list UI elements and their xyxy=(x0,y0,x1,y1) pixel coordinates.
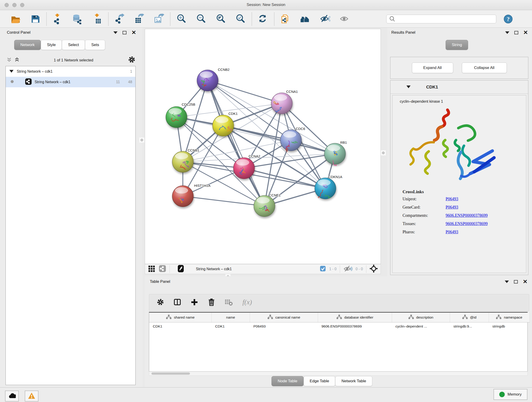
column-header-databaseidentifier[interactable]: database identifier xyxy=(318,313,392,322)
open-file-button[interactable] xyxy=(10,13,21,25)
node-CCNA2[interactable] xyxy=(234,158,254,179)
zoom-selected-button[interactable] xyxy=(235,13,246,25)
crosslink-link[interactable]: P06493 xyxy=(446,230,458,235)
tab-string[interactable]: String xyxy=(446,40,468,50)
node-HIST1H1A[interactable] xyxy=(172,186,193,207)
column-header-name[interactable]: name xyxy=(211,313,250,322)
tab-style[interactable]: Style xyxy=(41,40,62,50)
hidden-elements-icon[interactable] xyxy=(343,265,352,274)
network-graph[interactable]: CCNB2CCNA1CDC25BCDK1CDC6RB1CCNB1CCNA2CDK… xyxy=(145,29,380,264)
export-network-button[interactable] xyxy=(114,13,125,25)
expand-all-icon[interactable] xyxy=(15,57,19,63)
tree-expand-icon[interactable] xyxy=(9,69,14,74)
node-CDKN1A[interactable] xyxy=(315,178,336,199)
plus-icon[interactable] xyxy=(190,298,198,307)
node-CDC6[interactable] xyxy=(280,130,302,152)
scrollbar-thumb[interactable] xyxy=(152,372,190,375)
double-house-button[interactable] xyxy=(300,13,311,25)
node-CCNE1[interactable] xyxy=(254,196,275,217)
hierarchy-icon xyxy=(496,314,501,320)
tab-sets[interactable]: Sets xyxy=(85,40,105,50)
tab-select[interactable]: Select xyxy=(62,40,85,50)
column-header-description[interactable]: description xyxy=(392,313,450,322)
fx-icon[interactable]: f(x) xyxy=(242,298,256,307)
float-panel-icon[interactable] xyxy=(514,31,518,34)
expand-all-button[interactable]: Expand All xyxy=(412,63,453,73)
panel-menu-icon[interactable] xyxy=(114,32,118,34)
zoom-out-button[interactable] xyxy=(196,13,207,25)
search-input[interactable] xyxy=(397,17,494,21)
collapse-entry-icon[interactable] xyxy=(406,85,411,89)
table-delete-icon[interactable] xyxy=(225,298,233,307)
crosslink-link[interactable]: 9606.ENSP00000378699 xyxy=(446,213,488,218)
node-CDK1[interactable] xyxy=(213,115,234,136)
close-panel-icon[interactable]: ✕ xyxy=(132,31,136,34)
panel-menu-icon[interactable] xyxy=(505,32,509,34)
column-header-sharedname[interactable]: shared name xyxy=(149,313,211,322)
left-splitter-handle[interactable] xyxy=(139,138,144,143)
crosslink-link[interactable]: 9606.ENSP00000378699 xyxy=(446,221,488,226)
float-panel-icon[interactable] xyxy=(514,280,518,283)
edge-CCNB2-CCNA1[interactable] xyxy=(208,80,282,103)
table-horizontal-scrollbar[interactable] xyxy=(149,371,528,376)
node-CCNA1[interactable] xyxy=(271,93,292,114)
node-table[interactable]: shared namenamecanonical namedatabase id… xyxy=(149,312,528,371)
zoom-in-button[interactable] xyxy=(176,13,187,25)
right-splitter-handle[interactable] xyxy=(381,150,386,155)
node-CDC25B[interactable] xyxy=(166,107,187,128)
column-header-canonicalname[interactable]: canonical name xyxy=(250,313,318,322)
node-RB1[interactable] xyxy=(324,143,346,166)
birds-eye-view-icon[interactable] xyxy=(148,265,155,274)
network-canvas[interactable]: CCNB2CCNA1CDC25BCDK1CDC6RB1CCNB1CCNA2CDK… xyxy=(145,29,381,264)
main-toolbar: ? xyxy=(0,10,532,28)
crosslink-link[interactable]: P06493 xyxy=(446,205,458,210)
table-row[interactable]: CDK1CDK1P064939606.ENSP00000378699cyclin… xyxy=(149,322,530,331)
node-result-header[interactable]: CDK1 xyxy=(390,80,528,94)
edge-CDK1-RB1[interactable] xyxy=(223,126,335,154)
column-header-id[interactable]: @id xyxy=(450,313,489,322)
network-row[interactable]: String Network – cdk1 11 48 xyxy=(6,77,135,87)
zoom-fit-button[interactable] xyxy=(215,13,226,25)
network-collection-row[interactable]: String Network – cdk1 1 xyxy=(6,66,135,77)
warnings-button[interactable] xyxy=(25,390,38,402)
import-network-button[interactable] xyxy=(52,13,63,25)
tab-edge-table[interactable]: Edge Table xyxy=(304,376,336,386)
cloud-button[interactable] xyxy=(5,390,19,402)
detach-view-icon[interactable] xyxy=(177,265,184,274)
help-button[interactable]: ? xyxy=(503,13,514,25)
eye-slash-button[interactable] xyxy=(319,13,330,25)
selected-nodes-checkbox[interactable] xyxy=(320,265,326,273)
edge-HIST1H1A-CCNE1[interactable] xyxy=(183,196,264,206)
panel-menu-icon[interactable] xyxy=(505,281,509,283)
tab-network-table[interactable]: Network Table xyxy=(335,376,372,386)
float-panel-icon[interactable] xyxy=(123,31,127,34)
close-panel-icon[interactable]: ✕ xyxy=(523,280,527,283)
node-CCNB1[interactable] xyxy=(172,151,193,172)
import-database-button[interactable] xyxy=(72,13,83,25)
export-table-button[interactable] xyxy=(134,13,145,25)
memory-button[interactable]: Memory xyxy=(494,389,527,400)
search-box[interactable] xyxy=(386,15,496,23)
export-image-button[interactable] xyxy=(153,13,165,25)
svg-text:f(x): f(x) xyxy=(242,298,252,306)
refresh-button[interactable] xyxy=(258,13,268,25)
network-thumbnail-icon[interactable] xyxy=(158,265,166,274)
node-CCNB2[interactable] xyxy=(197,70,218,91)
gear-icon[interactable] xyxy=(157,298,164,307)
copy-documents-button[interactable] xyxy=(280,13,291,25)
fit-selected-icon[interactable] xyxy=(370,264,378,274)
import-table-button[interactable] xyxy=(92,13,103,25)
edge-CCNB2-CCNE1[interactable] xyxy=(208,80,264,206)
tab-node-table[interactable]: Node Table xyxy=(272,376,304,386)
save-session-button[interactable] xyxy=(30,13,41,25)
tab-network[interactable]: Network xyxy=(14,40,41,50)
close-panel-icon[interactable]: ✕ xyxy=(523,31,528,34)
network-options-gear-icon[interactable] xyxy=(128,56,136,64)
eye-button[interactable] xyxy=(339,13,350,25)
columns-icon[interactable] xyxy=(173,298,181,307)
collapse-all-icon[interactable] xyxy=(7,57,12,63)
collapse-all-button[interactable]: Collapse All xyxy=(462,63,507,73)
trash-icon[interactable] xyxy=(208,298,215,307)
column-header-namespace[interactable]: namespace xyxy=(489,313,530,322)
crosslink-link[interactable]: P06493 xyxy=(446,197,458,201)
